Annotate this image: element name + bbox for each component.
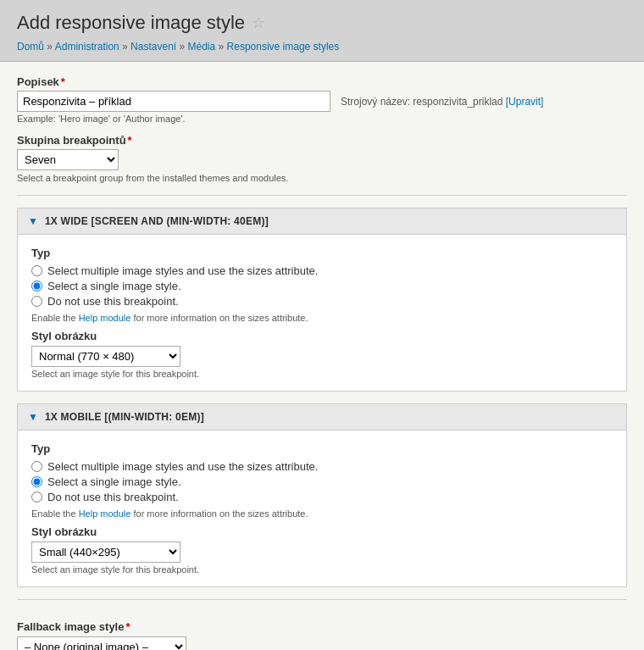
- skupina-label: Skupina breakpointů*: [17, 134, 627, 147]
- skupina-select[interactable]: Seven Claro: [17, 149, 119, 170]
- popisek-group: Popisek* Strojový název: responzivita_pr…: [17, 75, 627, 124]
- styl-select-1[interactable]: Normal (770 × 480) Small (440×295) – Non…: [31, 346, 180, 367]
- popisek-field-row: Strojový název: responzivita_priklad [Up…: [17, 91, 627, 112]
- skupina-group: Skupina breakpointů* Seven Claro Select …: [17, 134, 627, 183]
- popisek-label: Popisek*: [17, 75, 627, 88]
- fallback-select[interactable]: – None (original image) – Normal (770 × …: [17, 636, 186, 650]
- breakpoint-header-1[interactable]: ▼ 1X WIDE [SCREEN AND (MIN-WIDTH: 40EM)]: [18, 208, 626, 235]
- radio-single-1[interactable]: [31, 281, 42, 292]
- styl-hint-1: Select an image style for this breakpoin…: [31, 369, 613, 379]
- radio-group-2: Select multiple image styles and use the…: [31, 460, 613, 503]
- radio-multiple-2[interactable]: [31, 461, 42, 472]
- fallback-section: Fallback image style* – None (original i…: [17, 612, 627, 650]
- fallback-label: Fallback image style*: [17, 620, 627, 633]
- help-text-1: Enable the Help module for more informat…: [31, 313, 613, 323]
- styl-label-2: Styl obrázku: [31, 525, 613, 538]
- radio-option-2-single[interactable]: Select a single image style.: [31, 475, 613, 488]
- typ-label-2: Typ: [31, 442, 613, 455]
- styl-hint-2: Select an image style for this breakpoin…: [31, 564, 613, 575]
- typ-label-1: Typ: [31, 247, 613, 259]
- breadcrumb-media[interactable]: Média: [188, 41, 216, 53]
- breakpoint-title-2: 1X MOBILE [(MIN-WIDTH: 0EM)]: [45, 411, 204, 423]
- radio-option-1-donot[interactable]: Do not use this breakpoint.: [31, 295, 613, 308]
- radio-option-2-multiple[interactable]: Select multiple image styles and use the…: [31, 460, 613, 473]
- breakpoint-title-1: 1X WIDE [SCREEN AND (MIN-WIDTH: 40EM)]: [45, 215, 269, 227]
- radio-option-2-donot[interactable]: Do not use this breakpoint.: [31, 491, 613, 503]
- breadcrumb-administration[interactable]: Administration: [55, 41, 119, 53]
- machine-name-text: Strojový název: responzivita_priklad [Up…: [341, 96, 543, 108]
- radio-group-1: Select multiple image styles and use the…: [31, 264, 613, 308]
- section-divider-1: [17, 195, 627, 196]
- popisek-input[interactable]: [17, 91, 330, 112]
- page-title: Add responsive image style ☆: [17, 12, 627, 34]
- star-icon[interactable]: ☆: [252, 14, 265, 32]
- skupina-hint: Select a breakpoint group from the insta…: [17, 173, 627, 183]
- breadcrumb-responsive-image-styles[interactable]: Responsive image styles: [227, 41, 340, 53]
- help-module-link-1[interactable]: Help module: [79, 313, 131, 323]
- styl-label-1: Styl obrázku: [31, 330, 613, 342]
- radio-option-1-multiple[interactable]: Select multiple image styles and use the…: [31, 264, 613, 277]
- collapse-icon-1: ▼: [28, 215, 38, 227]
- help-module-link-2[interactable]: Help module: [79, 508, 131, 519]
- radio-donot-1[interactable]: [31, 296, 42, 307]
- page-title-text: Add responsive image style: [17, 12, 245, 34]
- radio-donot-2[interactable]: [31, 492, 42, 503]
- page-header: Add responsive image style ☆ Domů » Admi…: [0, 0, 644, 62]
- breadcrumb-home[interactable]: Domů: [17, 41, 44, 53]
- help-text-2: Enable the Help module for more informat…: [31, 508, 613, 519]
- page-content: Popisek* Strojový název: responzivita_pr…: [0, 62, 644, 650]
- radio-multiple-1[interactable]: [31, 265, 42, 276]
- breakpoint-section-2: ▼ 1X MOBILE [(MIN-WIDTH: 0EM)] Typ Selec…: [17, 403, 627, 587]
- breakpoint-body-1: Typ Select multiple image styles and use…: [18, 235, 626, 391]
- section-divider-2: [17, 599, 627, 600]
- radio-option-1-single[interactable]: Select a single image style.: [31, 280, 613, 292]
- breakpoint-section-1: ▼ 1X WIDE [SCREEN AND (MIN-WIDTH: 40EM)]…: [17, 208, 627, 392]
- machine-name-edit-link[interactable]: [Upravit]: [506, 96, 544, 108]
- breadcrumb-nastaveni[interactable]: Nastavení: [130, 41, 176, 53]
- breadcrumb: Domů » Administration » Nastavení » Médi…: [17, 41, 627, 53]
- collapse-icon-2: ▼: [28, 411, 38, 423]
- popisek-hint: Example: 'Hero image' or 'Author image'.: [17, 114, 627, 124]
- breakpoint-header-2[interactable]: ▼ 1X MOBILE [(MIN-WIDTH: 0EM)]: [18, 404, 626, 431]
- breakpoint-body-2: Typ Select multiple image styles and use…: [18, 431, 626, 586]
- styl-select-2[interactable]: Normal (770 × 480) Small (440×295) – Non…: [31, 542, 180, 563]
- radio-single-2[interactable]: [31, 476, 42, 487]
